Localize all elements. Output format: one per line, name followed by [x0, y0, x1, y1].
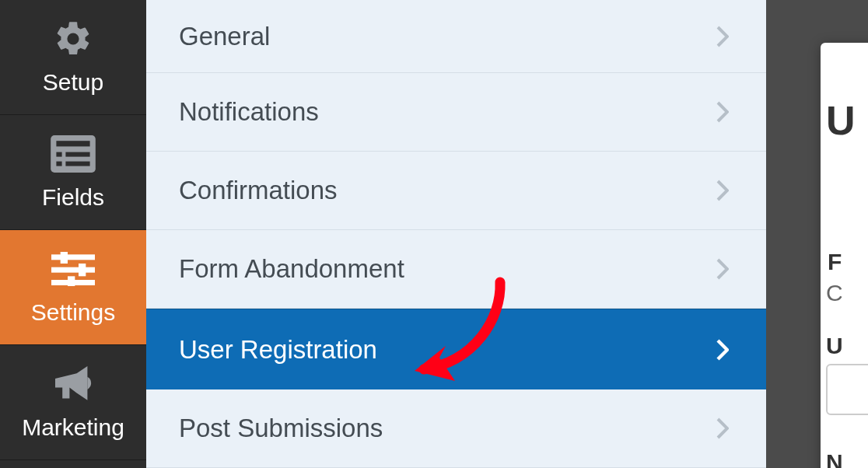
chevron-right-icon: [716, 180, 729, 201]
svg-rect-2: [56, 152, 61, 156]
list-icon: [50, 134, 96, 173]
svg-rect-6: [51, 254, 95, 260]
svg-rect-8: [51, 267, 95, 272]
svg-rect-7: [61, 252, 68, 264]
sidebar-label-fields: Fields: [42, 184, 104, 211]
sliders-icon: [50, 250, 96, 288]
panel-label-confirmations: Confirmations: [179, 176, 338, 205]
svg-rect-9: [79, 264, 86, 276]
sidebar-item-marketing[interactable]: Marketing: [0, 345, 146, 460]
sidebar-label-marketing: Marketing: [22, 414, 124, 441]
panel-label-notifications: Notifications: [179, 97, 319, 127]
panel-label-form-abandonment: Form Abandonment: [179, 254, 404, 284]
chevron-right-icon: [716, 258, 729, 280]
panel-item-general[interactable]: General: [146, 0, 766, 73]
svg-rect-11: [68, 276, 75, 286]
peek-dropdown-fragment[interactable]: [826, 364, 868, 415]
panel-label-general: General: [179, 22, 270, 51]
megaphone-icon: [50, 365, 96, 403]
panel-label-user-registration: User Registration: [179, 335, 377, 365]
peek-line2a: F: [828, 249, 842, 275]
panel-item-notifications[interactable]: Notifications: [146, 73, 766, 152]
peek-line4: N: [826, 449, 843, 468]
chevron-right-icon: [716, 26, 729, 47]
svg-rect-3: [65, 152, 89, 156]
peek-heading: U: [826, 97, 856, 144]
gear-icon: [50, 19, 96, 58]
peek-line2b: C: [826, 280, 843, 306]
chevron-right-icon: [716, 101, 729, 123]
sidebar-item-settings[interactable]: Settings: [0, 230, 146, 345]
sidebar-item-fields[interactable]: Fields: [0, 115, 146, 230]
chevron-right-icon: [716, 339, 729, 361]
panel-item-form-abandonment[interactable]: Form Abandonment: [146, 230, 766, 309]
sidebar-item-setup[interactable]: Setup: [0, 0, 146, 115]
panel-label-post-submissions: Post Submissions: [179, 414, 383, 443]
panel-item-confirmations[interactable]: Confirmations: [146, 152, 766, 230]
panel-item-post-submissions[interactable]: Post Submissions: [146, 389, 766, 468]
svg-rect-5: [65, 161, 89, 166]
settings-panel: General Notifications Confirmations Form…: [146, 0, 766, 468]
panel-item-user-registration[interactable]: User Registration: [146, 309, 766, 389]
sidebar-label-settings: Settings: [31, 299, 115, 326]
peek-line3: U: [826, 333, 843, 359]
sidebar-label-setup: Setup: [43, 69, 103, 96]
sidebar: Setup Fields Settings Marketing: [0, 0, 146, 468]
svg-rect-4: [56, 161, 61, 166]
chevron-right-icon: [716, 417, 729, 439]
svg-rect-1: [56, 141, 89, 146]
